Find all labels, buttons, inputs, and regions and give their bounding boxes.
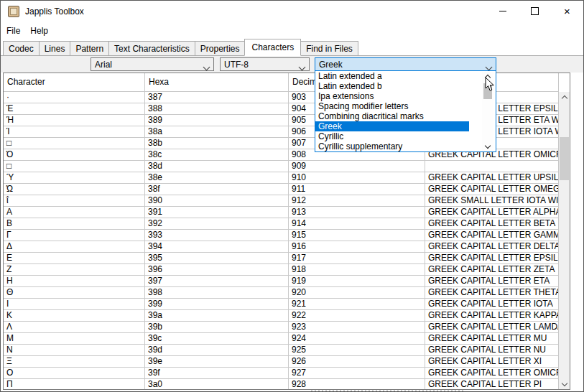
table-row[interactable]: Η397919GREEK CAPITAL LETTER ETA [4, 276, 559, 287]
table-row[interactable]: Ώ38f911GREEK CAPITAL LETTER OMEGA WIT... [4, 184, 559, 195]
tab-text-characteristics[interactable]: Text Characteristics [108, 41, 195, 56]
table-cell: 917 [289, 253, 425, 264]
table-cell: 3a0 [145, 379, 289, 389]
table-row[interactable]: Ύ38e910GREEK CAPITAL LETTER UPSILON WI..… [4, 172, 559, 184]
table-row[interactable]: Κ39a922GREEK CAPITAL LETTER KAPPA [4, 310, 559, 322]
dropdown-item-cyrillic[interactable]: Cyrillic [315, 131, 469, 141]
table-cell: 926 [289, 356, 425, 368]
table-cell: 913 [289, 207, 425, 218]
font-combobox[interactable]: Arial [91, 57, 214, 71]
scrollbar-down-button[interactable] [559, 377, 570, 389]
table-cell: 387 [145, 92, 289, 103]
title-bar: Japplis Toolbox × [1, 1, 583, 22]
tab-lines[interactable]: Lines [39, 41, 71, 56]
table-row[interactable]: Λ39b923GREEK CAPITAL LETTER LAMDA [4, 322, 559, 333]
table-row[interactable]: Π3a0928GREEK CAPITAL LETTER PI [4, 379, 559, 389]
table-cell: 910 [289, 172, 425, 184]
table-row[interactable]: Γ393915GREEK CAPITAL LETTER GAMMA [4, 230, 559, 241]
charset-dropdown-popup: Latin extended aLatin extended bIpa exte… [315, 70, 496, 152]
table-cell: 390 [145, 195, 289, 207]
column-header-character[interactable]: Character [4, 73, 145, 91]
table-cell: 916 [289, 241, 425, 253]
table-cell: 39d [145, 345, 289, 356]
table-cell: 39e [145, 356, 289, 368]
table-cell: Θ [4, 287, 145, 299]
table-cell: 928 [289, 379, 425, 389]
scrollbar-thumb[interactable] [560, 137, 569, 180]
table-cell: 399 [145, 299, 289, 310]
maximize-button[interactable] [519, 1, 551, 22]
dropdown-item-cyrillic-supplementary[interactable]: Cyrillic supplementary [315, 141, 469, 151]
tab-characters[interactable]: Characters [244, 39, 301, 56]
dropdown-item-ipa-extensions[interactable]: Ipa extensions [315, 91, 469, 101]
dropdown-scrollbar-down-button[interactable] [482, 140, 493, 151]
table-cell: GREEK SMALL LETTER IOTA WITH DIA... [425, 195, 559, 207]
table-row[interactable]: Μ39c924GREEK CAPITAL LETTER MU [4, 333, 559, 345]
table-row[interactable]: Ν39d925GREEK CAPITAL LETTER NU [4, 345, 559, 356]
table-cell: Ι [4, 299, 145, 310]
table-cell: 38d [145, 161, 289, 172]
table-cell: GREEK CAPITAL LETTER THETA [425, 287, 559, 299]
close-button[interactable]: × [551, 1, 583, 22]
encoding-combobox[interactable]: UTF-8 [220, 57, 310, 71]
column-header-hexa[interactable]: Hexa [145, 73, 289, 91]
tab-find-in-files[interactable]: Find in Files [300, 41, 358, 56]
table-cell: 927 [289, 368, 425, 379]
tab-pattern[interactable]: Pattern [70, 41, 109, 56]
dropdown-item-latin-extended-a[interactable]: Latin extended a [315, 71, 469, 81]
table-cell: GREEK CAPITAL LETTER MU [425, 333, 559, 345]
table-cell: 914 [289, 218, 425, 230]
table-vertical-scrollbar[interactable] [559, 92, 570, 389]
table-row[interactable]: Α391913GREEK CAPITAL LETTER ALPHA [4, 207, 559, 218]
table-cell: 393 [145, 230, 289, 241]
charset-combobox[interactable]: Greek [315, 57, 496, 71]
table-cell: Ν [4, 345, 145, 356]
table-cell: 391 [145, 207, 289, 218]
table-cell: Ή [4, 115, 145, 126]
table-row[interactable]: Ι399921GREEK CAPITAL LETTER IOTA [4, 299, 559, 310]
table-cell: GREEK CAPITAL LETTER GAMMA [425, 230, 559, 241]
app-window: Japplis Toolbox × File Help CodecLinesPa… [0, 0, 584, 392]
minimize-button[interactable] [486, 1, 519, 22]
table-cell: · [4, 92, 145, 103]
menu-file[interactable]: File [2, 24, 24, 37]
dropdown-item-combining-diacritical-marks[interactable]: Combining diacritical marks [315, 111, 469, 121]
menu-bar: File Help [1, 22, 583, 39]
table-cell: 39c [145, 333, 289, 345]
tab-codec[interactable]: Codec [3, 41, 40, 56]
tab-properties[interactable]: Properties [195, 41, 246, 56]
table-cell: GREEK CAPITAL LETTER LAMDA [425, 322, 559, 333]
mouse-cursor [485, 77, 495, 92]
table-row[interactable]: ΐ390912GREEK SMALL LETTER IOTA WITH DIA.… [4, 195, 559, 207]
chevron-down-icon [204, 62, 209, 72]
dropdown-item-greek[interactable]: Greek [315, 121, 469, 131]
dropdown-item-latin-extended-b[interactable]: Latin extended b [315, 81, 469, 91]
table-cell: GREEK CAPITAL LETTER IOTA [425, 299, 559, 310]
table-cell: ΐ [4, 195, 145, 207]
table-cell: □ [4, 138, 145, 149]
table-row[interactable]: Β392914GREEK CAPITAL LETTER BETA [4, 218, 559, 230]
table-row[interactable]: Δ394916GREEK CAPITAL LETTER DELTA [4, 241, 559, 253]
table-row[interactable]: Ζ396918GREEK CAPITAL LETTER ZETA [4, 264, 559, 276]
table-row[interactable]: Ξ39e926GREEK CAPITAL LETTER XI [4, 356, 559, 368]
table-cell: Α [4, 207, 145, 218]
table-cell: Ο [4, 368, 145, 379]
table-cell: 389 [145, 115, 289, 126]
dropdown-item-spacing-modifier-letters[interactable]: Spacing modifier letters [315, 101, 469, 111]
maximize-icon [531, 7, 539, 15]
menu-help[interactable]: Help [26, 24, 52, 37]
table-cell: 925 [289, 345, 425, 356]
table-cell: 919 [289, 276, 425, 287]
table-cell: Δ [4, 241, 145, 253]
tab-bar: CodecLinesPatternText CharacteristicsPro… [3, 40, 358, 56]
table-row[interactable]: Ε395917GREEK CAPITAL LETTER EPSILON [4, 253, 559, 264]
table-cell [425, 161, 559, 172]
charset-combobox-value: Greek [319, 60, 343, 70]
table-row[interactable]: Θ398920GREEK CAPITAL LETTER THETA [4, 287, 559, 299]
table-row[interactable]: □38d909 [4, 161, 559, 172]
scrollbar-up-button[interactable] [559, 92, 570, 104]
table-cell: Ε [4, 253, 145, 264]
table-row[interactable]: Ο39f927GREEK CAPITAL LETTER OMICRON [4, 368, 559, 379]
table-cell: 922 [289, 310, 425, 322]
table-cell: 39f [145, 368, 289, 379]
